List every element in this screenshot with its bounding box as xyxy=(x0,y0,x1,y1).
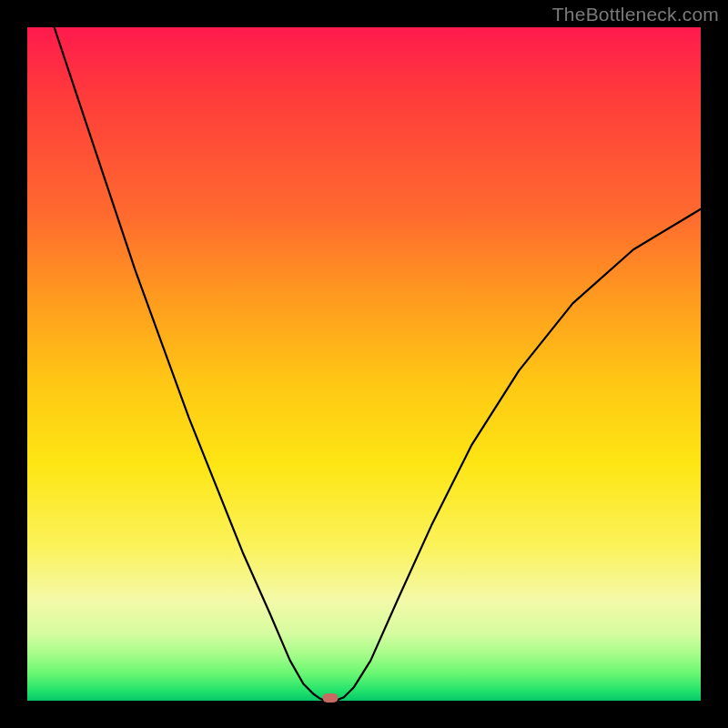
plot-area xyxy=(27,27,701,701)
watermark-text: TheBottleneck.com xyxy=(552,4,719,25)
bottleneck-curve xyxy=(27,27,701,701)
curve-path xyxy=(55,27,701,700)
optimal-point-marker xyxy=(323,693,339,703)
chart-stage: TheBottleneck.com xyxy=(0,0,728,728)
